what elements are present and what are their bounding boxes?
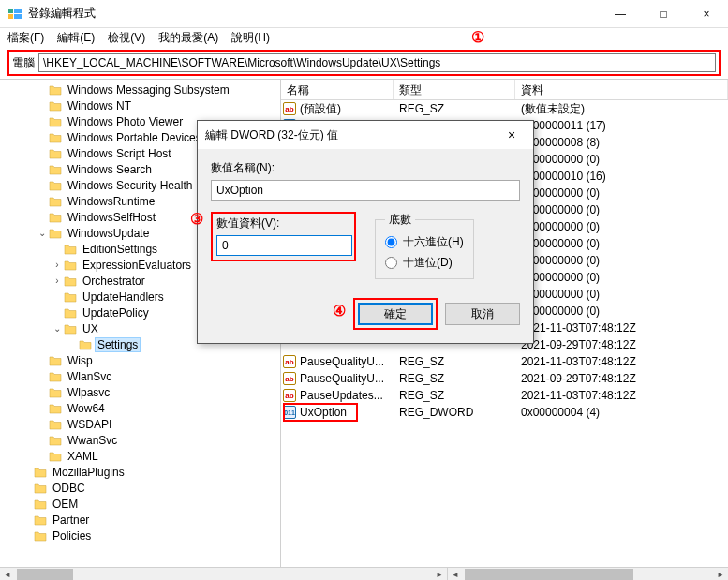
folder-icon xyxy=(64,242,79,257)
scrollbar-h[interactable]: ◄ ► ◄ ► xyxy=(0,567,728,580)
folder-icon xyxy=(49,178,64,193)
value-data-input[interactable] xyxy=(216,235,352,256)
tree-item-label: UX xyxy=(81,322,100,335)
value-data: 0x00000008 (8) xyxy=(515,136,728,149)
folder-icon xyxy=(49,210,64,225)
menu-view[interactable]: 檢視(V) xyxy=(104,28,149,48)
annotation-1: ① xyxy=(471,28,484,46)
scroll-right-icon[interactable]: ► xyxy=(432,568,447,580)
value-type: REG_SZ xyxy=(394,372,515,385)
dialog-close-button[interactable]: × xyxy=(498,127,526,142)
value-row[interactable]: 011UxOptionREG_DWORD0x00000004 (4) xyxy=(281,404,728,421)
tree-item-label: EditionSettings xyxy=(81,243,159,256)
close-button[interactable]: × xyxy=(685,0,728,28)
folder-icon xyxy=(49,162,64,177)
edit-dword-dialog: 編輯 DWORD (32-位元) 值 × 數值名稱(N): UxOption 數… xyxy=(197,120,534,344)
radio-dec[interactable]: 十進位(D) xyxy=(385,252,464,273)
value-row[interactable]: abPauseQualityU...REG_SZ2021-11-03T07:48… xyxy=(281,353,728,370)
tree-item[interactable]: Windows NT xyxy=(6,97,280,113)
folder-icon xyxy=(49,385,64,400)
value-type: REG_DWORD xyxy=(394,406,515,419)
tree-item[interactable]: Policies xyxy=(6,528,280,543)
folder-icon xyxy=(34,528,49,543)
scroll-left-icon[interactable]: ◄ xyxy=(0,568,15,580)
folder-icon xyxy=(34,497,49,512)
column-data[interactable]: 資料 xyxy=(515,80,728,99)
scroll-right-icon[interactable]: ► xyxy=(713,568,728,580)
tree-item-label: Windows Photo Viewer xyxy=(66,115,185,128)
tree-item-label: OEM xyxy=(51,498,80,511)
scroll-left-icon[interactable]: ◄ xyxy=(448,568,463,580)
tree-item-label: Partner xyxy=(51,513,91,527)
tree-item-label: UpdatePolicy xyxy=(81,306,151,320)
expand-icon[interactable]: › xyxy=(51,260,64,270)
radio-hex-input[interactable] xyxy=(385,236,397,248)
value-data: 0x00000011 (17) xyxy=(515,119,728,132)
folder-icon xyxy=(49,433,64,448)
folder-icon xyxy=(64,258,79,273)
folder-icon xyxy=(49,130,64,145)
tree-item-label: ODBC xyxy=(51,482,87,495)
tree-item[interactable]: WwanSvc xyxy=(6,432,280,448)
value-name: PauseQualityU... xyxy=(298,372,394,385)
menu-favorites[interactable]: 我的最愛(A) xyxy=(155,28,222,48)
value-row[interactable]: abPauseQualityU...REG_SZ2021-09-29T07:48… xyxy=(281,370,728,387)
tree-item-label: Windows Messaging Subsystem xyxy=(66,83,231,97)
tree-item-label: Policies xyxy=(51,529,93,543)
tree-item[interactable]: Wisp xyxy=(6,352,280,368)
value-data: 0x00000000 (0) xyxy=(515,305,728,318)
menu-edit[interactable]: 編輯(E) xyxy=(53,28,98,48)
tree-item[interactable]: Partner xyxy=(6,512,280,528)
tree-item[interactable]: Wlpasvc xyxy=(6,384,280,400)
value-data: 0x00000000 (0) xyxy=(515,220,728,233)
value-data: 0x00000000 (0) xyxy=(515,254,728,267)
folder-icon xyxy=(34,513,49,528)
expand-icon[interactable]: ⌄ xyxy=(51,323,64,334)
annotation-4: ④ xyxy=(333,302,346,320)
radio-dec-input[interactable] xyxy=(385,257,397,269)
maximize-button[interactable]: □ xyxy=(642,0,685,28)
address-bar[interactable] xyxy=(38,53,716,72)
annotation-box-1: 電腦 xyxy=(7,50,721,76)
tree-item-label: Settings xyxy=(96,338,140,351)
value-name-field[interactable]: UxOption xyxy=(211,180,520,201)
tree-item[interactable]: WSDAPI xyxy=(6,416,280,432)
tree-item-label: Wlpasvc xyxy=(66,386,111,399)
tree-item[interactable]: MozillaPlugins xyxy=(6,464,280,480)
column-name[interactable]: 名稱 xyxy=(281,80,394,99)
string-value-icon: ab xyxy=(281,389,298,402)
value-data: 0x00000004 (4) xyxy=(515,406,728,419)
expand-icon[interactable]: ⌄ xyxy=(36,228,49,238)
folder-icon xyxy=(64,290,79,305)
value-data: 0x00000000 (0) xyxy=(515,203,728,216)
expand-icon[interactable]: › xyxy=(51,275,64,286)
radio-hex[interactable]: 十六進位(H) xyxy=(385,231,464,252)
menu-file[interactable]: 檔案(F) xyxy=(4,28,48,48)
address-label: 電腦 xyxy=(12,55,35,71)
value-data: 0x00000000 (0) xyxy=(515,237,728,250)
column-type[interactable]: 類型 xyxy=(394,80,515,99)
value-type: REG_SZ xyxy=(394,389,515,402)
value-row[interactable]: ab(預設值)REG_SZ(數值未設定) xyxy=(281,100,728,117)
tree-item[interactable]: XAML xyxy=(6,448,280,464)
folder-icon xyxy=(49,226,64,241)
value-data: 2021-09-29T07:48:12Z xyxy=(515,372,728,385)
tree-item[interactable]: OEM xyxy=(6,496,280,512)
tree-item-label: Wisp xyxy=(66,354,95,367)
tree-item-label: UpdateHandlers xyxy=(81,290,166,304)
value-data: 2021-11-03T07:48:12Z xyxy=(515,389,728,402)
value-row[interactable]: abPauseUpdates...REG_SZ2021-11-03T07:48:… xyxy=(281,387,728,404)
folder-icon xyxy=(49,449,64,464)
tree-item-label: Wow64 xyxy=(66,402,107,415)
folder-icon xyxy=(49,369,64,384)
minimize-button[interactable]: — xyxy=(599,0,642,28)
tree-item[interactable]: Windows Messaging Subsystem xyxy=(6,82,280,97)
tree-item[interactable]: Wow64 xyxy=(6,400,280,416)
menu-help[interactable]: 說明(H) xyxy=(228,28,274,48)
tree-item[interactable]: ODBC xyxy=(6,480,280,496)
tree-item-label: Windows Security Health xyxy=(66,179,194,192)
ok-button[interactable]: 確定 xyxy=(358,303,433,325)
value-name: PauseQualityU... xyxy=(298,355,394,368)
tree-item[interactable]: WlanSvc xyxy=(6,368,280,384)
cancel-button[interactable]: 取消 xyxy=(445,303,520,325)
